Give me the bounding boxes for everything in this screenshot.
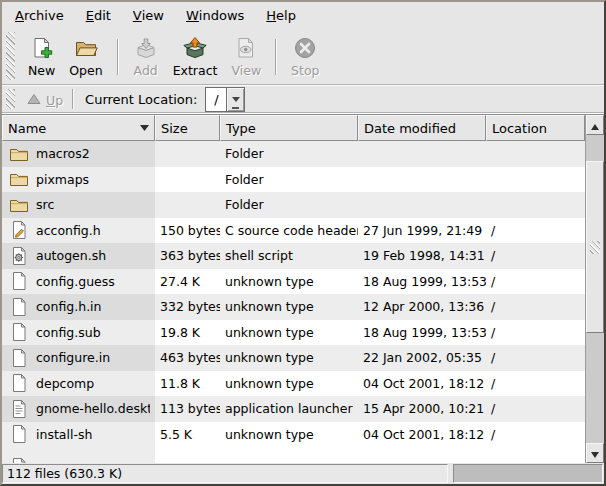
table-row[interactable]: depcomp11.8 Kunknown type04 Oct 2001, 18… (2, 371, 585, 397)
location-combo-value: / (206, 88, 226, 111)
open-button[interactable]: Open (62, 32, 109, 82)
table-row[interactable]: gnome-hello.desktop113 bytesapplication … (2, 396, 585, 422)
cell-date (358, 192, 486, 218)
view-file-icon (234, 36, 258, 63)
vertical-scrollbar[interactable] (585, 115, 604, 463)
cell-location: / (486, 269, 585, 295)
cell-location (486, 141, 585, 167)
cell-location (486, 167, 585, 193)
cell-name: configure.in (2, 345, 155, 371)
column-header-date-modified[interactable]: Date modified (358, 115, 486, 141)
table-row[interactable]: install-sh5.5 Kunknown type04 Oct 2001, … (2, 422, 585, 448)
menu-item-archive[interactable]: Archive (4, 2, 75, 28)
table-row[interactable]: config.h.in332 bytesunknown type12 Apr 2… (2, 294, 585, 320)
cell-name: gnome-hello.desktop (2, 396, 155, 422)
scroll-up-button[interactable] (586, 115, 604, 135)
scrollbar-grip (590, 241, 600, 254)
up-button-label: Up (46, 93, 63, 108)
folder-icon (9, 169, 29, 189)
location-bar-separator (72, 89, 74, 109)
cell-name: config.h.in (2, 294, 155, 320)
cell-location: / (486, 320, 585, 346)
stop-button: Stop (284, 32, 326, 82)
location-bar-drag-handle[interactable] (6, 89, 15, 109)
cell-date: 27 Jun 1999, 21:49 (358, 218, 486, 244)
menu-item-view[interactable]: View (122, 2, 175, 28)
toolbar-drag-handle[interactable] (6, 32, 15, 80)
cell-location: / (486, 396, 585, 422)
cell-size: 11.8 K (155, 371, 220, 397)
location-combo[interactable]: / (205, 87, 245, 112)
file-name: acconfig.h (36, 223, 101, 238)
menu-item-help[interactable]: Help (255, 2, 307, 28)
cell-date: 04 Oct 2001, 18:12 (358, 422, 486, 448)
cell-date: 18 Aug 1999, 13:53 (358, 269, 486, 295)
column-header-name[interactable]: Name (2, 115, 155, 141)
scrollbar-track[interactable] (586, 135, 604, 443)
cell-name: pixmaps (2, 167, 155, 193)
toolbar-button-label: Add (134, 65, 158, 78)
column-header-location[interactable]: Location (486, 115, 585, 141)
table-row[interactable]: autogen.sh363 bytesshell script19 Feb 19… (2, 243, 585, 269)
chevron-down-icon (232, 90, 240, 105)
scrollbar-thumb[interactable] (586, 161, 604, 333)
arrow-down-icon (591, 446, 599, 461)
cell-type: unknown type (220, 422, 358, 448)
document-gear-icon (9, 246, 29, 266)
table-row[interactable]: srcFolder (2, 192, 585, 218)
menu-item-edit[interactable]: Edit (75, 2, 122, 28)
table-row[interactable]: config.guess27.4 Kunknown type18 Aug 199… (2, 269, 585, 295)
cell-size (155, 141, 220, 167)
new-button[interactable]: New (21, 32, 62, 82)
document-icon (9, 322, 29, 342)
cell-name: depcomp (2, 371, 155, 397)
status-message-frame: 112 files (630.3 K) (2, 464, 448, 483)
cell-date (358, 167, 486, 193)
table-body: macros2FolderpixmapsFoldersrcFolderaccon… (2, 141, 585, 463)
add-files-icon (134, 36, 158, 63)
combo-indicator-bar (232, 107, 239, 109)
column-header-label: Type (226, 121, 256, 136)
cell-size: 27.4 K (155, 269, 220, 295)
cell-type: Folder (220, 192, 358, 218)
table-row[interactable]: acconfig.h150 bytesC source code header2… (2, 218, 585, 244)
column-header-label: Date modified (364, 121, 456, 136)
file-name: src (36, 197, 54, 212)
document-text-icon (9, 399, 29, 419)
toolbar: NewOpenAddExtractViewStop (2, 28, 604, 86)
progress-bar (453, 464, 603, 483)
cell-location: / (486, 422, 585, 448)
table-row[interactable]: macros2Folder (2, 141, 585, 167)
file-name: configure.in (36, 350, 110, 365)
cell-type: shell script (220, 243, 358, 269)
table-row-partial[interactable] (2, 447, 585, 463)
scroll-down-button[interactable] (586, 443, 604, 463)
column-header-size[interactable]: Size (155, 115, 220, 141)
document-edit-icon (9, 220, 29, 240)
menu-item-windows[interactable]: Windows (175, 2, 255, 28)
file-name: depcomp (36, 376, 94, 391)
extract-button[interactable]: Extract (166, 32, 225, 82)
cell-type: unknown type (220, 269, 358, 295)
table-row[interactable]: config.sub19.8 Kunknown type18 Aug 1999,… (2, 320, 585, 346)
table-row[interactable]: pixmapsFolder (2, 167, 585, 193)
cell-type: application launcher (220, 396, 358, 422)
cell-date: 15 Apr 2000, 10:21 (358, 396, 486, 422)
cell-size (155, 167, 220, 193)
table-row[interactable]: configure.in463 bytesunknown type22 Jan … (2, 345, 585, 371)
cell-name: config.sub (2, 320, 155, 346)
column-header-type[interactable]: Type (220, 115, 358, 141)
location-combo-dropdown-button[interactable] (226, 88, 244, 111)
cell-type: Folder (220, 167, 358, 193)
cell-location: / (486, 345, 585, 371)
cell-size (155, 192, 220, 218)
cell-date (358, 141, 486, 167)
toolbar-button-label: Open (69, 65, 102, 78)
cell-name: config.guess (2, 269, 155, 295)
file-name: pixmaps (36, 172, 89, 187)
toolbar-button-label: View (231, 65, 261, 78)
location-bar: Up Current Location: / (2, 86, 604, 114)
cell-size: 363 bytes (155, 243, 220, 269)
cell-type: unknown type (220, 294, 358, 320)
cell-date: 04 Oct 2001, 18:12 (358, 371, 486, 397)
